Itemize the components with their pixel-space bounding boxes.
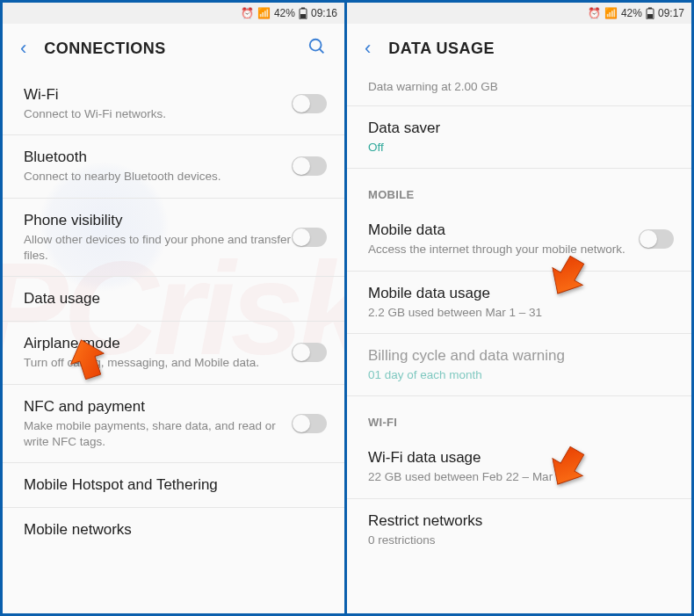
- battery-percent: 42%: [621, 7, 642, 19]
- row-mobile-data-usage[interactable]: Mobile data usage 2.2 GB used between Ma…: [347, 272, 691, 334]
- svg-rect-1: [301, 8, 305, 10]
- status-bar: ⏰ 📶 42% 09:16: [3, 3, 344, 24]
- data-warning-note: Data warning at 2.00 GB: [347, 73, 691, 106]
- visibility-toggle[interactable]: [292, 228, 327, 247]
- row-wifi[interactable]: Wi-Fi Connect to Wi-Fi networks.: [3, 73, 344, 135]
- row-billing-cycle[interactable]: Billing cycle and data warning 01 day of…: [347, 334, 691, 396]
- row-title: Mobile data usage: [368, 284, 674, 303]
- clock-time: 09:16: [311, 7, 337, 19]
- bluetooth-toggle[interactable]: [292, 156, 327, 176]
- row-data-saver[interactable]: Data saver Off: [347, 106, 691, 169]
- row-title: Data usage: [24, 289, 327, 308]
- section-wifi: WI-FI: [347, 396, 691, 436]
- row-sub: Allow other devices to find your phone a…: [24, 232, 292, 264]
- battery-percent: 42%: [274, 7, 295, 19]
- row-hotspot[interactable]: Mobile Hotspot and Tethering: [3, 463, 344, 508]
- svg-rect-2: [300, 14, 306, 18]
- header: ‹ CONNECTIONS: [3, 24, 344, 73]
- row-restrict-networks[interactable]: Restrict networks 0 restrictions: [347, 499, 691, 561]
- search-button[interactable]: [300, 37, 334, 60]
- row-bluetooth[interactable]: Bluetooth Connect to nearby Bluetooth de…: [3, 135, 344, 198]
- row-sub: 2.2 GB used between Mar 1 – 31: [368, 305, 674, 321]
- row-title: Bluetooth: [24, 148, 292, 167]
- row-sub: Connect to nearby Bluetooth devices.: [24, 169, 292, 185]
- back-icon[interactable]: ‹: [358, 37, 378, 60]
- mobile-data-toggle[interactable]: [639, 229, 674, 249]
- row-title: Wi-Fi data usage: [368, 448, 674, 467]
- page-title: DATA USAGE: [388, 40, 681, 58]
- row-wifi-data-usage[interactable]: Wi-Fi data usage 22 GB used between Feb …: [347, 436, 691, 498]
- svg-rect-7: [647, 14, 653, 18]
- row-title: Mobile networks: [24, 520, 327, 540]
- status-bar: ⏰ 📶 42% 09:17: [347, 3, 691, 24]
- row-title: Phone visibility: [24, 211, 292, 230]
- row-airplane[interactable]: Airplane mode Turn off calling, messagin…: [3, 322, 344, 384]
- row-sub: Connect to Wi-Fi networks.: [24, 106, 292, 122]
- signal-icon: 📶: [257, 7, 271, 19]
- wifi-toggle[interactable]: [292, 94, 327, 113]
- page-title: CONNECTIONS: [44, 40, 300, 58]
- row-title: NFC and payment: [24, 397, 292, 417]
- alarm-icon: ⏰: [588, 7, 601, 19]
- row-title: Data saver: [368, 119, 674, 138]
- settings-list: Data saver Off MOBILE Mobile data Access…: [347, 106, 691, 561]
- row-sub: 0 restrictions: [368, 533, 674, 548]
- row-mobile-data[interactable]: Mobile data Access the internet through …: [347, 208, 691, 271]
- row-sub: 22 GB used between Feb 22 – Mar 21: [368, 469, 674, 485]
- row-title: Billing cycle and data warning: [368, 346, 674, 366]
- row-data-usage[interactable]: Data usage: [3, 277, 344, 322]
- row-mobile-networks[interactable]: Mobile networks: [3, 508, 344, 552]
- row-sub: Make mobile payments, share data, and re…: [24, 418, 292, 450]
- row-title: Mobile data: [368, 221, 639, 240]
- phone-screen-data-usage: ⏰ 📶 42% 09:17 ‹ DATA USAGE Data warning …: [347, 3, 691, 613]
- settings-list: Wi-Fi Connect to Wi-Fi networks. Bluetoo…: [3, 73, 344, 552]
- svg-line-4: [320, 49, 324, 54]
- row-title: Wi-Fi: [24, 85, 292, 105]
- back-icon[interactable]: ‹: [13, 37, 33, 60]
- signal-icon: 📶: [604, 7, 618, 19]
- row-sub: Off: [368, 140, 674, 156]
- airplane-toggle[interactable]: [292, 343, 327, 362]
- row-title: Restrict networks: [368, 511, 674, 531]
- svg-rect-6: [648, 8, 652, 10]
- row-nfc[interactable]: NFC and payment Make mobile payments, sh…: [3, 385, 344, 464]
- alarm-icon: ⏰: [241, 7, 254, 19]
- phone-screen-connections: PCrisk ⏰ 📶 42% 09:16 ‹ CONNECTIONS Wi-Fi…: [3, 3, 347, 613]
- nfc-toggle[interactable]: [292, 414, 327, 433]
- header: ‹ DATA USAGE: [347, 24, 691, 73]
- clock-time: 09:17: [658, 7, 684, 19]
- row-sub: Access the internet through your mobile …: [368, 242, 639, 257]
- battery-icon: [646, 7, 654, 19]
- row-phone-visibility[interactable]: Phone visibility Allow other devices to …: [3, 199, 344, 278]
- section-mobile: MOBILE: [347, 169, 691, 208]
- row-title: Airplane mode: [24, 334, 292, 353]
- svg-point-3: [310, 40, 322, 51]
- battery-icon: [299, 7, 307, 19]
- row-sub: 01 day of each month: [368, 367, 674, 383]
- row-sub: Turn off calling, messaging, and Mobile …: [24, 355, 292, 371]
- row-title: Mobile Hotspot and Tethering: [24, 475, 327, 495]
